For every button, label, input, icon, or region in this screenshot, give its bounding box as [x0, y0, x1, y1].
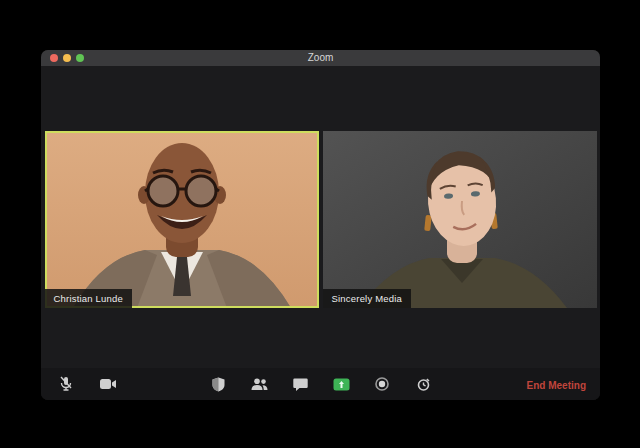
reactions-button[interactable] [414, 375, 432, 393]
meeting-toolbar: End Meeting [41, 368, 600, 400]
window-titlebar[interactable]: Zoom [41, 50, 600, 66]
zoom-window: Zoom [41, 50, 600, 400]
participant-name-label: Christian Lunde [45, 289, 133, 308]
microphone-muted-icon [59, 376, 73, 392]
video-camera-icon [100, 378, 117, 390]
stop-video-button[interactable] [99, 375, 117, 393]
participant-video-feed [45, 131, 319, 308]
window-title: Zoom [41, 50, 600, 66]
end-meeting-button[interactable]: End Meeting [527, 380, 586, 391]
participant-name-label: Sincerely Media [323, 289, 412, 308]
record-button[interactable] [373, 375, 391, 393]
reactions-icon [417, 378, 430, 391]
security-button[interactable] [209, 375, 227, 393]
security-shield-icon [212, 377, 225, 392]
desktop-background: Zoom [0, 0, 640, 448]
participants-icon [251, 378, 268, 391]
participants-button[interactable] [250, 375, 268, 393]
record-icon [375, 377, 389, 391]
chat-button[interactable] [291, 375, 309, 393]
video-tile-christian-lunde[interactable]: Christian Lunde [45, 131, 319, 308]
chat-icon [293, 378, 308, 391]
meeting-stage: Christian Lunde [41, 66, 600, 368]
share-screen-icon [333, 378, 350, 391]
share-screen-button[interactable] [332, 375, 350, 393]
participant-video-feed [323, 131, 597, 308]
video-tile-sincerely-media[interactable]: Sincerely Media [323, 131, 597, 308]
mute-button[interactable] [57, 375, 75, 393]
